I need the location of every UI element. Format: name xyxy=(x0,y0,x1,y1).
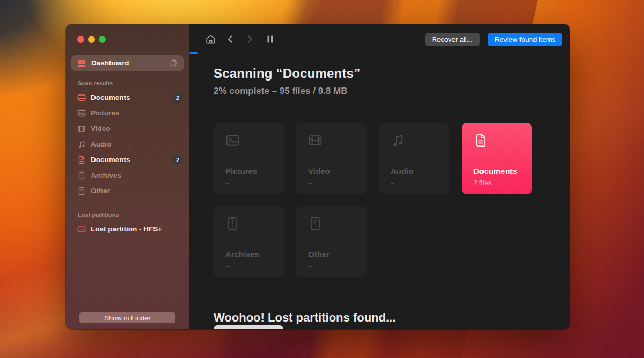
dashboard-grid-icon xyxy=(77,59,86,68)
file-icon xyxy=(308,216,323,231)
count-badge: 2 xyxy=(173,155,182,165)
sidebar-item-label: Pictures xyxy=(91,109,182,117)
section-title-lost-partitions: Lost partitions xyxy=(66,199,189,221)
drive-icon xyxy=(77,93,86,102)
sidebar-item-lost-partition[interactable]: Lost partition - HFS+ xyxy=(66,221,189,237)
activity-spinner-icon xyxy=(169,59,178,68)
card-video[interactable]: Video – xyxy=(296,123,367,194)
music-note-icon xyxy=(391,133,405,148)
sidebar-item-label: Lost partition - HFS+ xyxy=(91,225,182,233)
sidebar-item-label: Documents xyxy=(91,93,168,101)
zip-icon xyxy=(77,171,86,180)
sidebar-item-documents-volume[interactable]: Documents 2 xyxy=(66,90,189,105)
drive-icon xyxy=(77,225,86,233)
app-window: Dashboard Scan results xyxy=(66,24,570,329)
card-count: – xyxy=(225,262,276,270)
card-label: Documents xyxy=(473,166,524,176)
forward-icon[interactable] xyxy=(244,33,256,45)
toolbar: Recover all... Review found items xyxy=(189,24,570,54)
scan-status-text: 2% complete – 95 files / 9.8 MB xyxy=(214,86,570,97)
card-pictures[interactable]: Pictures – xyxy=(214,123,284,194)
card-count: 2 files xyxy=(473,179,524,187)
scan-progress-bar xyxy=(189,52,198,54)
minimize-button[interactable] xyxy=(88,36,95,43)
card-count: – xyxy=(391,179,442,187)
sidebar-item-label: Documents xyxy=(91,156,168,164)
sidebar-item-label: Archives xyxy=(91,171,182,179)
document-icon xyxy=(77,156,86,164)
partially-visible-button[interactable] xyxy=(214,325,283,329)
document-icon xyxy=(473,133,488,148)
main-pane: Recover all... Review found items Scanni… xyxy=(189,24,570,329)
category-card-grid: Pictures – Video – xyxy=(214,123,533,277)
card-label: Video xyxy=(308,166,359,176)
card-label: Audio xyxy=(391,166,442,176)
image-icon xyxy=(225,133,240,148)
content: Scanning “Documents” 2% complete – 95 fi… xyxy=(189,54,570,325)
film-icon xyxy=(308,133,323,148)
card-count: – xyxy=(225,179,276,187)
card-audio[interactable]: Audio – xyxy=(379,123,449,194)
lost-partitions-heading: Woohoo! Lost partitions found... xyxy=(214,311,570,325)
review-found-items-button[interactable]: Review found items xyxy=(488,33,562,46)
traffic-lights xyxy=(66,24,189,43)
sidebar: Dashboard Scan results xyxy=(66,24,189,329)
image-icon xyxy=(77,109,86,118)
back-icon[interactable] xyxy=(224,33,236,45)
page-title: Scanning “Documents” xyxy=(214,66,570,81)
music-note-icon xyxy=(77,140,86,149)
card-other[interactable]: Other – xyxy=(296,206,367,277)
sidebar-item-label: Video xyxy=(91,125,182,133)
zoom-button[interactable] xyxy=(99,36,106,43)
sidebar-item-label: Audio xyxy=(91,140,182,148)
show-in-finder-button[interactable]: Show in Finder xyxy=(79,312,175,323)
home-icon[interactable] xyxy=(204,33,216,45)
sidebar-item-video[interactable]: Video xyxy=(66,121,189,136)
count-badge: 2 xyxy=(173,93,182,103)
card-count: – xyxy=(308,262,359,270)
sidebar-item-audio[interactable]: Audio xyxy=(66,136,189,152)
film-icon xyxy=(77,125,86,133)
sidebar-item-pictures[interactable]: Pictures xyxy=(66,105,189,121)
card-count: – xyxy=(308,179,359,187)
sidebar-item-documents-category[interactable]: Documents 2 xyxy=(66,152,189,167)
section-title-scan-results: Scan results xyxy=(66,71,189,90)
sidebar-item-label: Other xyxy=(91,187,182,195)
pause-icon[interactable] xyxy=(264,33,276,45)
recover-all-button[interactable]: Recover all... xyxy=(425,33,480,46)
card-label: Other xyxy=(308,250,359,259)
zip-icon xyxy=(225,216,240,231)
sidebar-item-archives[interactable]: Archives xyxy=(66,167,189,183)
card-label: Pictures xyxy=(225,166,276,176)
sidebar-item-dashboard[interactable]: Dashboard xyxy=(71,55,184,71)
card-label: Archives xyxy=(225,250,276,259)
card-documents[interactable]: Documents 2 files xyxy=(462,123,532,194)
close-button[interactable] xyxy=(77,36,84,43)
card-archives[interactable]: Archives – xyxy=(214,206,284,277)
sidebar-item-label: Dashboard xyxy=(91,59,163,67)
sidebar-item-other[interactable]: Other xyxy=(66,183,189,199)
file-icon xyxy=(77,187,86,195)
